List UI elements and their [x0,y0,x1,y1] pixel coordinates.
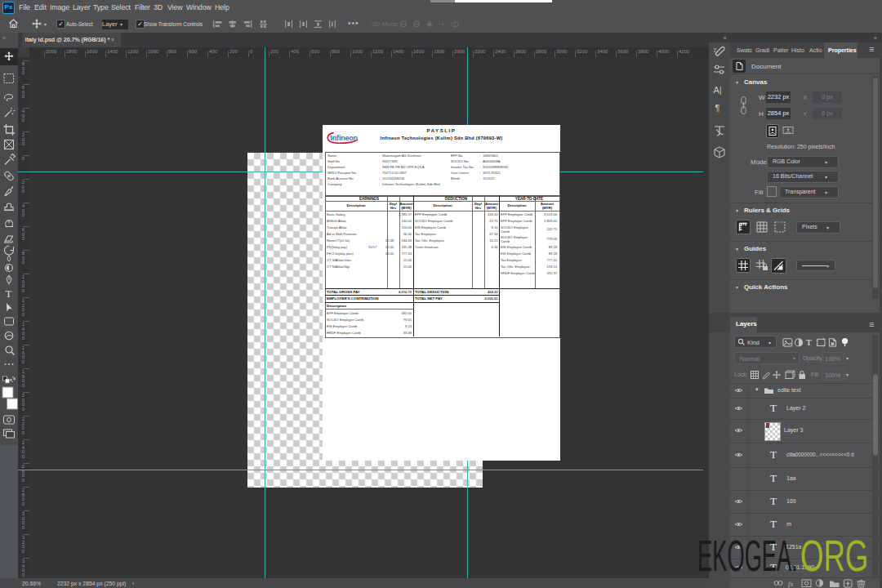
svg-text:A|: A| [714,85,722,95]
svg-text:fx: fx [788,580,794,588]
svg-text:T: T [806,337,813,347]
svg-text:T: T [6,287,12,300]
svg-text:¶: ¶ [715,103,720,113]
